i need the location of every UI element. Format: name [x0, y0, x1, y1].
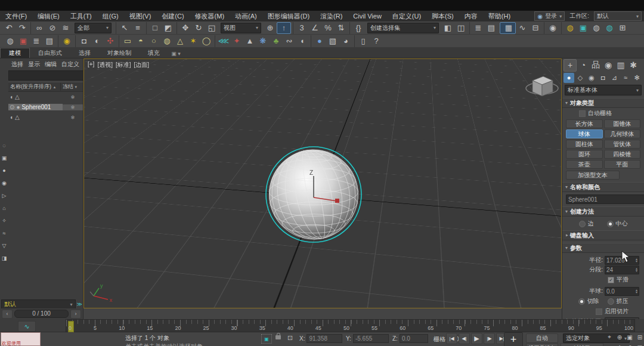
- cat-systems-icon[interactable]: ✻: [631, 72, 642, 84]
- tab-create-icon[interactable]: +: [564, 59, 577, 72]
- object-type-button[interactable]: 平面: [604, 160, 641, 169]
- key-filters-button[interactable]: 过滤器: [561, 343, 603, 346]
- primitive-category-dropdown[interactable]: 标准基本体▾: [565, 85, 642, 95]
- viewport-menu-label[interactable]: [+]: [88, 61, 94, 69]
- blue-sphere-icon[interactable]: ●: [311, 35, 326, 47]
- window-crossing-icon[interactable]: ◩: [162, 22, 175, 34]
- set-key-button[interactable]: +: [504, 332, 523, 346]
- render-setup-icon[interactable]: ◍: [561, 22, 577, 34]
- menu-item[interactable]: 工具(T): [65, 11, 97, 21]
- cat-geometry-icon[interactable]: ●: [564, 73, 574, 83]
- explorer-preset-dropdown[interactable]: 默认▾: [1, 299, 76, 309]
- squash-radio-row[interactable]: 挤压: [608, 297, 628, 305]
- maxscript-mini-listener[interactable]: 欢迎使用 MAXScript: [1, 332, 41, 346]
- tab-utilities-icon[interactable]: ✱: [627, 59, 639, 71]
- rotate-icon[interactable]: ↻: [192, 22, 205, 34]
- menu-item[interactable]: 编辑(E): [32, 11, 65, 21]
- next-frame-button[interactable]: ›: [70, 310, 81, 319]
- sign-in-dropdown[interactable]: ◉ 登录▾: [534, 11, 565, 21]
- ribbon-toggle-icon[interactable]: ▦: [500, 22, 516, 34]
- scene-explorer-menu[interactable]: 选择: [10, 60, 25, 69]
- se-materials-icon[interactable]: ◨: [1, 255, 8, 262]
- mini-curve-editor-button[interactable]: ∿: [18, 321, 36, 332]
- teapot-icon[interactable]: ◍: [4, 35, 17, 47]
- box-prim-icon[interactable]: ▭: [119, 35, 134, 47]
- circle-prim-icon[interactable]: ○: [147, 35, 160, 47]
- undo-icon[interactable]: ↶: [2, 22, 16, 34]
- help-icon[interactable]: ?: [370, 35, 383, 47]
- segments-spinner[interactable]: 24▴▾: [605, 265, 639, 274]
- spinner-snap-icon[interactable]: ⇅: [335, 22, 348, 34]
- ribbon-tab[interactable]: 选择: [70, 48, 99, 58]
- move-icon[interactable]: ✥: [177, 22, 192, 34]
- x-field[interactable]: 91.358: [306, 334, 342, 343]
- object-type-button[interactable]: 圆柱体: [566, 140, 603, 149]
- radius-spinner[interactable]: 17.026▴▾: [605, 256, 639, 265]
- teapot-prim-icon[interactable]: ◍: [160, 35, 174, 47]
- object-type-button[interactable]: 几何球体: [604, 129, 641, 138]
- snapshot-icon[interactable]: ▣: [17, 35, 30, 47]
- scene-row-sphere001[interactable]: ⊙●Sphere001 ❄: [8, 102, 83, 112]
- rollout-object-type[interactable]: ▾对象类型: [562, 98, 644, 108]
- menu-item[interactable]: 组(G): [97, 11, 124, 21]
- se-display-all-icon[interactable]: ◌: [1, 142, 8, 149]
- shadow-icon[interactable]: ◐: [91, 35, 104, 47]
- prev-frame-button[interactable]: ‹: [2, 310, 13, 319]
- zoom-extents-all-icon[interactable]: ⊞: [635, 332, 644, 342]
- scene-row[interactable]: ◖△ ❄: [8, 112, 83, 122]
- se-containers-icon[interactable]: ▽: [1, 242, 8, 249]
- dope-sheet-icon[interactable]: ⊟: [529, 22, 542, 34]
- pin-icon[interactable]: ✦: [230, 35, 243, 47]
- render-iterative-icon[interactable]: ◍: [590, 22, 603, 34]
- ribbon-media-dropdown-icon[interactable]: ▣ ▾: [168, 50, 184, 58]
- object-type-button[interactable]: 球体: [566, 129, 603, 138]
- object-type-button[interactable]: 长方体: [566, 119, 603, 128]
- edge-radio[interactable]: [579, 221, 586, 227]
- perspective-viewport[interactable]: Z x y [+] [透视] [标准] [边面]: [83, 58, 562, 308]
- camera-icon[interactable]: ◘: [75, 35, 91, 47]
- menu-item[interactable]: Civil View: [348, 11, 386, 21]
- zoom-extents-icon[interactable]: ▣: [625, 332, 634, 342]
- ribbon-tab[interactable]: 自由形式: [30, 48, 70, 58]
- film-icon[interactable]: ✣: [104, 35, 117, 47]
- curve-editor-icon[interactable]: ∿: [516, 22, 529, 34]
- frame-counter-field[interactable]: 0 / 100: [14, 310, 69, 318]
- object-type-button[interactable]: 圆环: [566, 150, 603, 159]
- zoom-all-icon[interactable]: ⊕: [615, 332, 624, 342]
- snap-3d-icon[interactable]: 3: [293, 22, 308, 34]
- tab-motion-icon[interactable]: ◉: [602, 59, 614, 71]
- menu-item[interactable]: 自定义(U): [387, 11, 426, 21]
- selection-lock-icon[interactable]: [275, 335, 281, 339]
- select-by-name-icon[interactable]: ≡: [131, 22, 144, 34]
- scale-icon[interactable]: ◱: [205, 22, 218, 34]
- se-cameras-icon[interactable]: ▷: [1, 192, 8, 199]
- z-field[interactable]: 0.0: [400, 334, 428, 343]
- isolate-selection-toggle[interactable]: ▣: [261, 334, 272, 344]
- redo-icon[interactable]: ↷: [16, 22, 29, 34]
- percent-snap-icon[interactable]: %: [321, 22, 335, 34]
- region-select-icon[interactable]: □: [146, 22, 162, 34]
- cat-helpers-icon[interactable]: ⊿: [609, 72, 620, 84]
- select-and-link-icon[interactable]: ∞: [30, 22, 46, 34]
- se-bones-icon[interactable]: ≈: [1, 230, 8, 237]
- scene-explorer-toggle-icon[interactable]: ▤: [485, 22, 498, 34]
- orbit-icon[interactable]: ⟲: [625, 342, 634, 346]
- menu-item[interactable]: 内容: [459, 11, 483, 21]
- named-selection-sets-dropdown[interactable]: 创建选择集▾: [367, 23, 439, 33]
- object-type-button[interactable]: 四棱锥: [604, 150, 641, 159]
- se-helpers-icon[interactable]: ⌂: [1, 205, 8, 212]
- frozen-column-header[interactable]: 冻结 ▾: [60, 83, 83, 91]
- next-frame-icon[interactable]: |▶: [484, 333, 495, 344]
- ribbon-tab[interactable]: 对象绘制: [99, 48, 140, 58]
- autogrid-checkbox[interactable]: [579, 110, 586, 117]
- edge-radio-row[interactable]: 边: [579, 220, 594, 228]
- set-key-mode-button[interactable]: 设置关键点: [526, 343, 558, 346]
- tab-hierarchy-icon[interactable]: 品: [590, 59, 602, 71]
- auto-key-button[interactable]: 自动: [526, 333, 558, 343]
- rollout-name-color[interactable]: ▾名称和颜色: [562, 182, 644, 192]
- y-field[interactable]: -5.655: [353, 334, 389, 343]
- viewport-standard-label[interactable]: [标准]: [116, 61, 131, 69]
- hemisphere-spinner[interactable]: 0.0▴▾: [605, 287, 639, 296]
- clipboard-icon[interactable]: ▯: [354, 35, 370, 47]
- absolute-mode-icon[interactable]: ⊡: [287, 334, 293, 342]
